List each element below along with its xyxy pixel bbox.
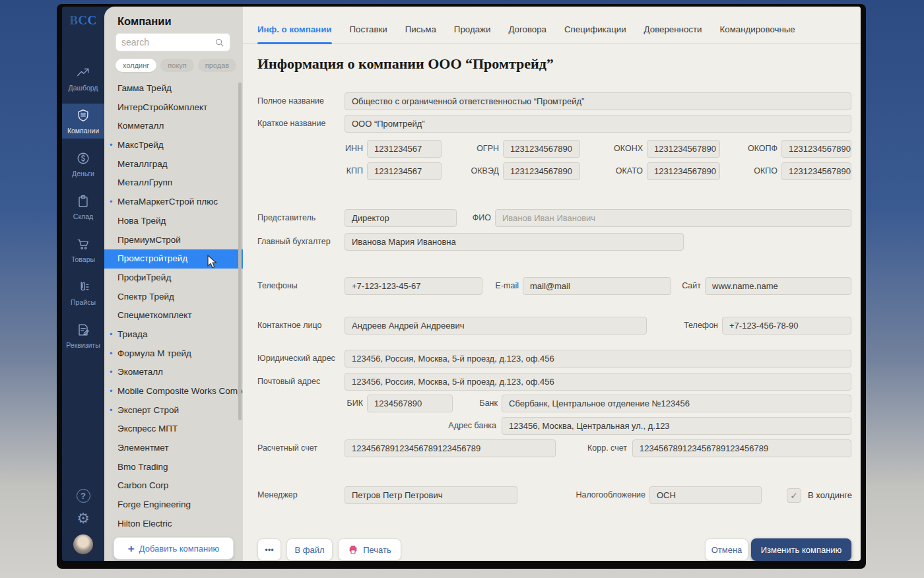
sidebar-item-0[interactable]: Дашборд xyxy=(62,61,104,96)
company-list-item[interactable]: ПрофиТрейд xyxy=(104,269,243,288)
bank-address-field[interactable]: 123456, Москва, Центральная ул., д.123 xyxy=(502,417,851,435)
okato-label: ОКАТО xyxy=(595,162,643,180)
tab-2[interactable]: Письма xyxy=(405,24,436,43)
filter-chip-1[interactable]: покуп xyxy=(160,59,193,72)
bik-field[interactable]: 1234567890 xyxy=(367,395,453,412)
okato-field[interactable]: 1231234567890 xyxy=(647,162,720,180)
phones-field[interactable]: +7-123-123-45-67 xyxy=(345,277,482,295)
sidebar-item-3[interactable]: Склад xyxy=(62,189,104,224)
okonh-field[interactable]: 1231234567890 xyxy=(647,140,720,158)
company-list-item[interactable]: Bmo Trading xyxy=(104,458,243,477)
taxation-label: Налогообложение xyxy=(527,486,645,504)
company-list-item[interactable]: •Эксперт Строй xyxy=(104,401,243,420)
user-avatar[interactable] xyxy=(73,534,93,554)
company-search[interactable] xyxy=(116,33,230,51)
bank-field[interactable]: Сбербанк, Центральное отделение №123456 xyxy=(502,395,851,412)
email-label: E-mail xyxy=(475,277,519,295)
company-list-item[interactable]: Комметалл xyxy=(104,117,243,136)
sidebar-item-1[interactable]: Компании xyxy=(62,104,104,139)
company-list: Гамма ТрейдИнтерСтройКомплектКомметалл•М… xyxy=(104,79,243,532)
cancel-button[interactable]: Отмена xyxy=(705,538,748,561)
postal-address-label: Почтовый адрес xyxy=(257,373,341,391)
manager-field[interactable]: Петров Петр Петрович xyxy=(345,486,517,504)
company-name: Элементмет xyxy=(117,443,169,453)
main-content: Инф. о компанииПоставкиПисьмаПродажиДого… xyxy=(243,7,861,561)
tab-0[interactable]: Инф. о компании xyxy=(257,24,332,43)
inn-field[interactable]: 1231234567 xyxy=(367,140,442,158)
company-list-item[interactable]: Нова Трейд xyxy=(104,212,243,231)
holding-checkbox[interactable]: ✓ xyxy=(787,488,801,503)
submit-button[interactable]: Изменить компанию xyxy=(751,538,851,561)
contact-person-field[interactable]: Андреев Андрей Андреевич xyxy=(345,317,647,335)
company-list-item[interactable]: •МаксТрейд xyxy=(104,136,243,155)
company-list-item[interactable]: ПремиумСтрой xyxy=(104,231,243,250)
tab-6[interactable]: Доверенности xyxy=(644,24,702,43)
okonh-label: ОКОНХ xyxy=(595,140,643,158)
company-list-item[interactable]: Carbon Corp xyxy=(104,476,243,496)
short-name-field[interactable]: ООО “Промтрейд” xyxy=(345,115,851,133)
tab-4[interactable]: Договора xyxy=(508,24,546,43)
add-company-button[interactable]: + Добавить компанию xyxy=(114,537,234,560)
full-name-field[interactable]: Общество с ограниченной ответственностью… xyxy=(345,92,851,110)
company-list-item[interactable]: Спецметкомплект xyxy=(104,306,243,325)
representative-field[interactable]: Директор xyxy=(345,209,457,227)
short-name-label: Краткое название xyxy=(257,115,341,133)
company-list-item[interactable]: ИнтерСтройКомплект xyxy=(104,98,243,117)
company-list-item[interactable]: Экспресс МПТ xyxy=(104,420,243,439)
tab-3[interactable]: Продажи xyxy=(454,24,491,43)
warehouse-icon xyxy=(76,194,90,209)
fio-label: ФИО xyxy=(462,209,491,227)
company-list-item[interactable]: Спектр Трейд xyxy=(104,288,243,307)
print-button[interactable]: Печать xyxy=(338,538,401,561)
company-list-item[interactable]: Элементмет xyxy=(104,439,243,458)
company-list-item[interactable]: МеталлГрупп xyxy=(104,174,243,193)
kpp-field[interactable]: 1231234567 xyxy=(367,162,442,180)
to-file-button[interactable]: В файл xyxy=(286,538,333,561)
company-list-item[interactable]: Металлград xyxy=(104,155,243,174)
chief-accountant-field[interactable]: Иванова Мария Ивановна xyxy=(345,233,684,251)
sidebar-item-6[interactable]: Реквизиты xyxy=(62,318,104,353)
search-input[interactable] xyxy=(121,37,214,48)
sidebar-item-4[interactable]: Товары xyxy=(62,232,104,267)
okved-field[interactable]: 1231234567890 xyxy=(503,162,580,180)
email-field[interactable]: mail@mail xyxy=(523,277,671,295)
website-field[interactable]: www.name.name xyxy=(705,277,851,295)
company-list-item[interactable]: Hilton Electric xyxy=(104,515,243,532)
gear-icon[interactable]: ⚙ xyxy=(77,511,90,526)
okpo-field[interactable]: 1231234567890 xyxy=(781,162,851,180)
ogrn-field[interactable]: 1231234567890 xyxy=(503,140,580,158)
desktop-background: BCC ДашбордКомпанииДеньгиСкладТоварыПрай… xyxy=(0,0,924,578)
okopf-field[interactable]: 1231234567890 xyxy=(781,140,851,158)
sidebar-item-5[interactable]: Прайсы xyxy=(62,275,104,310)
company-list-item[interactable]: •Экометалл xyxy=(104,363,243,382)
tab-1[interactable]: Поставки xyxy=(350,24,387,43)
legal-address-field[interactable]: 123456, Россия, Москва, 5-й проезд, д.12… xyxy=(345,350,851,368)
company-name: МетаМаркетСтрой плюс xyxy=(117,197,218,207)
app-logo: BCC xyxy=(69,13,97,28)
holding-dot-icon: • xyxy=(110,136,113,155)
more-actions-button[interactable]: ••• xyxy=(257,538,281,561)
list-scrollbar[interactable] xyxy=(238,82,242,420)
filter-chip-2[interactable]: продав xyxy=(198,59,236,72)
tab-5[interactable]: Спецификации xyxy=(564,24,626,43)
company-list-item[interactable]: •Триада xyxy=(104,325,243,344)
sidebar-item-2[interactable]: Деньги xyxy=(62,146,104,181)
company-list-item[interactable]: •Mobile Composite Works Company xyxy=(104,382,243,401)
chief-accountant-label: Главный бухгалтер xyxy=(257,233,341,251)
kpp-label: КПП xyxy=(315,162,363,180)
company-name: Экспресс МПТ xyxy=(117,424,178,434)
filter-chip-0[interactable]: холдинг xyxy=(116,59,156,72)
settlement-account-field[interactable]: 123456789123456789123456789 xyxy=(345,439,556,457)
company-list-item[interactable]: •Формула М трейд xyxy=(104,344,243,364)
postal-address-field[interactable]: 123456, Россия, Москва, 5-й проезд, д.12… xyxy=(345,373,851,391)
company-list-item[interactable]: Forge Engineering xyxy=(104,496,243,515)
company-list-item[interactable]: •МетаМаркетСтрой плюс xyxy=(104,193,243,212)
corr-account-field[interactable]: 123456789123456789123456789 xyxy=(632,439,851,457)
contact-phone-field[interactable]: +7-123-456-78-90 xyxy=(722,317,851,335)
fio-field[interactable]: Иванов Иван Иванович xyxy=(495,209,851,227)
company-list-item[interactable]: Промстройтрейд xyxy=(104,249,243,269)
company-list-item[interactable]: Гамма Трейд xyxy=(104,79,243,98)
tab-7[interactable]: Командировочные xyxy=(720,24,795,43)
taxation-field[interactable]: ОСН xyxy=(649,486,762,504)
help-icon[interactable]: ? xyxy=(77,489,90,503)
